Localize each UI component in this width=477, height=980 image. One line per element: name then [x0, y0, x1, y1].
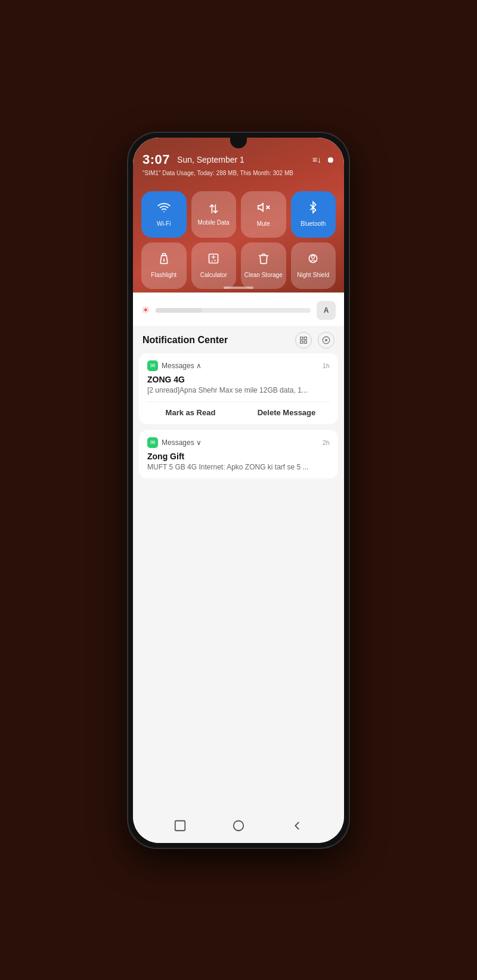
clean-storage-icon [258, 252, 270, 269]
auto-brightness-button[interactable]: A [317, 301, 336, 320]
svg-marker-1 [258, 204, 263, 211]
brightness-bar[interactable] [156, 308, 311, 313]
notification-header-icons [295, 332, 334, 349]
bottom-navigation [133, 808, 344, 843]
back-button[interactable] [288, 817, 306, 835]
notif-time-1: 1h [323, 362, 330, 369]
svg-point-13 [312, 256, 315, 259]
messages-app-icon-2: ✉ [147, 437, 158, 448]
delete-message-button[interactable]: Delete Message [243, 408, 330, 417]
notification-clear-icon[interactable] [318, 332, 334, 349]
calculator-icon [207, 252, 219, 269]
toggle-flashlight[interactable]: Flashlight [141, 242, 187, 289]
brightness-fill [156, 308, 202, 313]
brightness-icon: ☀ [141, 304, 150, 316]
notification-card-2[interactable]: ✉ Messages ∨ 2h Zong Gift MUFT 5 GB 4G I… [139, 430, 338, 478]
mark-as-read-button[interactable]: Mark as Read [147, 408, 234, 417]
notif-app-row-2: ✉ Messages ∨ 2h [147, 437, 330, 448]
notif-preview-2: MUFT 5 GB 4G Internet: Apko ZONG ki tarf… [147, 463, 330, 471]
toggle-row-2: Flashlight [141, 242, 336, 289]
auto-label: A [324, 306, 329, 315]
status-icons: ≡↓ ⏺ [312, 155, 334, 164]
svg-rect-15 [304, 337, 306, 339]
notification-center-header: Notification Center [133, 326, 344, 353]
bluetooth-icon [307, 201, 319, 217]
phone-screen: 3:07 Sun, September 1 ≡↓ ⏺ "SIM1" Data U… [133, 138, 344, 843]
date-display: Sun, September 1 [177, 155, 244, 164]
night-shield-label: Night Shield [297, 272, 329, 279]
flashlight-icon [158, 252, 170, 269]
notification-list-icon[interactable] [295, 332, 312, 349]
data-usage-text: "SIM1" Data Usage, Today: 288 MB, This M… [143, 170, 334, 176]
svg-rect-16 [301, 341, 303, 343]
svg-rect-17 [304, 341, 306, 343]
toggle-calculator[interactable]: Calculator [191, 242, 237, 289]
notif-preview-1: [2 unread]Apna Shehr Max se mile 12GB da… [147, 386, 330, 394]
list-icon: ≡↓ [312, 155, 321, 164]
status-bar: 3:07 Sun, September 1 ≡↓ ⏺ "SIM1" Data U… [143, 152, 334, 176]
mobile-data-icon: ⇅ [209, 202, 219, 216]
night-shield-icon [307, 252, 319, 269]
notif-sender-1: ZONG 4G [147, 375, 330, 384]
screen-top: 3:07 Sun, September 1 ≡↓ ⏺ "SIM1" Data U… [133, 138, 344, 293]
notif-app-row-1: ✉ Messages ∧ 1h [147, 360, 330, 371]
quick-settings: Wi-Fi ⇅ Mobile Data [141, 191, 336, 294]
wifi-label: Wi-Fi [157, 220, 171, 228]
record-icon: ⏺ [326, 155, 334, 164]
toggle-mobile-data[interactable]: ⇅ Mobile Data [191, 191, 237, 238]
toggle-row-1: Wi-Fi ⇅ Mobile Data [141, 191, 336, 238]
mobile-data-label: Mobile Data [198, 219, 230, 226]
svg-rect-14 [301, 337, 303, 339]
app-name-1: Messages ∧ [162, 362, 319, 370]
messages-icon-symbol: ✉ [150, 362, 155, 369]
notification-card-1[interactable]: ✉ Messages ∧ 1h ZONG 4G [2 unread]Apna S… [139, 353, 338, 424]
messages-app-icon-1: ✉ [147, 360, 158, 371]
mute-icon [257, 201, 270, 217]
phone-outer: 3:07 Sun, September 1 ≡↓ ⏺ "SIM1" Data U… [128, 133, 349, 848]
wifi-icon [157, 201, 171, 217]
svg-point-22 [234, 820, 244, 830]
mute-label: Mute [257, 220, 270, 228]
messages-icon-symbol-2: ✉ [150, 439, 155, 446]
notification-center-title: Notification Center [143, 335, 295, 346]
toggle-night-shield[interactable]: Night Shield [291, 242, 336, 289]
flashlight-label: Flashlight [151, 272, 176, 279]
app-name-2: Messages ∨ [162, 438, 319, 447]
calculator-label: Calculator [200, 272, 227, 279]
svg-rect-21 [175, 820, 185, 830]
clock-time: 3:07 [143, 152, 170, 167]
notch [230, 138, 247, 148]
toggle-wifi[interactable]: Wi-Fi [141, 191, 187, 238]
separator-line [224, 287, 253, 289]
toggle-clean-storage[interactable]: Clean Storage [241, 242, 286, 289]
toggle-bluetooth[interactable]: Bluetooth [291, 191, 336, 238]
clean-storage-label: Clean Storage [244, 272, 283, 279]
bluetooth-label: Bluetooth [301, 220, 326, 228]
content-area: ☀ A Notification Center [133, 293, 344, 843]
toggle-mute[interactable]: Mute [241, 191, 286, 238]
home-button[interactable] [230, 817, 247, 835]
notif-actions-1: Mark as Read Delete Message [147, 402, 330, 417]
recent-apps-button[interactable] [171, 817, 189, 835]
brightness-row: ☀ A [133, 293, 344, 326]
notif-sender-2: Zong Gift [147, 452, 330, 461]
svg-point-0 [163, 211, 165, 212]
notif-time-2: 2h [323, 439, 330, 446]
